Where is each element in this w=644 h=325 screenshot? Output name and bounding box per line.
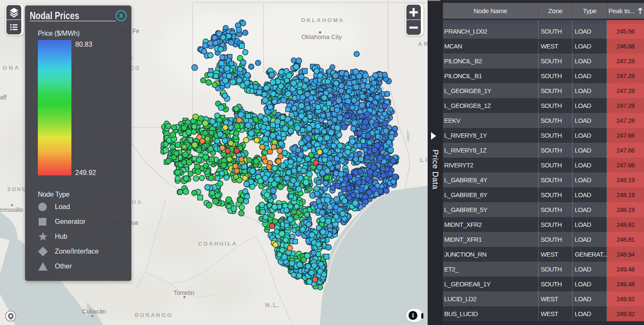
svg-text:ONA: ONA [3, 65, 20, 71]
svg-text:AR: AR [418, 41, 428, 47]
svg-text:Culiacán: Culiacán [82, 308, 106, 315]
svg-text:N.L.: N.L. [265, 302, 280, 308]
svg-text:COAHUILA: COAHUILA [198, 240, 238, 247]
svg-text:DURANGO: DURANGO [135, 312, 173, 318]
svg-text:Hermosillo: Hermosillo [0, 206, 23, 213]
svg-text:aff: aff [0, 94, 6, 101]
svg-text:Oklahoma City: Oklahoma City [301, 34, 342, 40]
svg-text:OKLAHOMA: OKLAHOMA [301, 17, 344, 23]
svg-text:Torreón: Torreón [173, 289, 194, 296]
svg-text:LO: LO [420, 157, 428, 163]
